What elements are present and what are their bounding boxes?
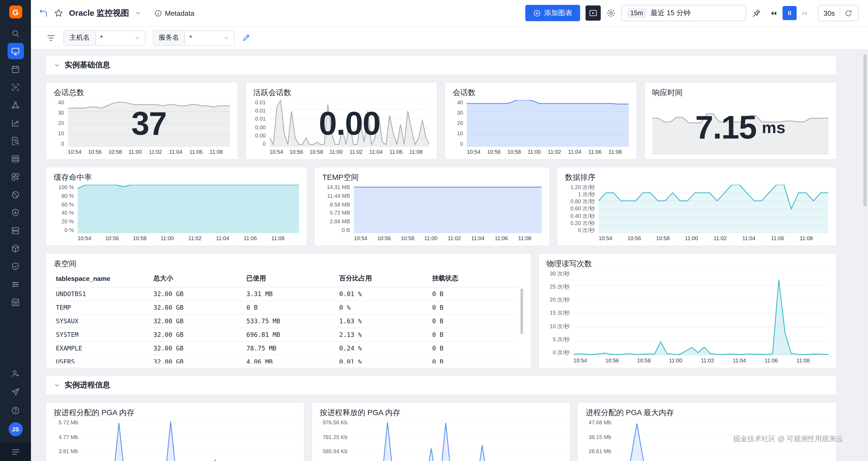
section-basic-info[interactable]: 实例基础信息 [45,55,837,75]
chart-data-sort[interactable]: 1.20 次/秒1 次/秒0.80 次/秒0.60 次/秒0.40 次/秒0.2… [565,185,828,241]
table-row[interactable]: USERS32.00 GB4.06 MB0.01 %0 B [54,355,518,364]
chart-temp-space[interactable]: 14.31 MB11.44 MB8.58 MB5.72 MB2.86 MB0 B… [322,185,542,241]
host-filter-select[interactable]: * [95,30,145,46]
chart-card-active-sessions: 活跃会话数 0.010.010.010.000.0000.0010:5410:5… [245,82,437,160]
add-chart-button[interactable]: 添加图表 [525,5,580,21]
page-scrollbar-thumb[interactable] [863,54,866,206]
chart-sessions[interactable]: 40302010010:5410:5610:5811:0011:0211:041… [453,100,629,155]
table-column-header[interactable]: tablespace_name [54,271,151,287]
forward-button[interactable] [798,6,812,20]
plot-area[interactable]: 7.15ms [652,100,828,155]
sidebar-item-metrics[interactable] [7,115,24,131]
edit-filters-pencil-icon[interactable] [242,34,250,42]
settings-gear-icon[interactable] [606,8,616,18]
chart-title: 活跃会话数 [253,88,429,98]
x-tick-label: 11:08 [409,149,430,155]
sidebar-item-shield-download[interactable] [7,204,24,221]
plot-area[interactable] [82,420,296,461]
sidebar-item-sliders[interactable] [7,276,24,292]
pin-icon[interactable] [751,8,761,18]
time-range-picker[interactable]: 15m 最近 15 分钟 [621,5,746,21]
table-row[interactable]: SYSAUX32.00 GB533.75 MB1.63 %0 B [54,314,518,328]
sidebar-item-block[interactable] [7,186,24,203]
title-chevron-down-icon[interactable] [134,10,141,16]
plot-area[interactable] [351,420,562,461]
plot-column: 7.15ms [652,100,828,155]
sidebar-item-storage[interactable] [7,294,24,310]
pause-icon [785,9,793,17]
favorite-star-icon[interactable] [54,8,63,18]
sidebar-item-shield-check[interactable] [7,258,24,275]
sidebar-item-apps[interactable] [7,168,24,185]
sidebar-item-user-add[interactable] [7,365,24,382]
sidebar-collapse[interactable] [0,442,31,461]
plot-area[interactable]: 37 [68,100,230,147]
sidebar-item-dashboard[interactable] [7,43,24,59]
sidebar-item-search[interactable] [7,25,24,41]
plot-area[interactable]: 0.00 [270,100,429,147]
y-tick-label: 0 次/秒 [546,350,573,355]
chart-pga-alloc[interactable]: 5.72 Mb4.77 Mb3.81 Mb2.86 Mb1.91 Mb0 b10… [54,420,296,461]
tv-mode-button[interactable] [585,5,600,21]
big-number: 7.15ms [652,100,828,155]
plot-area[interactable] [78,185,299,233]
chart-phys-rw[interactable]: 30 次/秒25 次/秒20 次/秒15 次/秒10 次/秒5 次/秒0 次/秒… [546,271,828,364]
sidebar-item-pipeline[interactable] [7,150,24,167]
pause-button[interactable] [782,6,796,20]
chart-response-time[interactable]: 7.15ms [652,100,828,155]
table-scrollbar-thumb[interactable] [520,288,523,334]
table-column-header[interactable]: 总大小 [151,271,244,287]
table-column-header[interactable]: 百分比占用 [337,271,430,287]
chart-body: 100 %80 %60 %40 %20 %0 %10:5410:5610:581… [54,185,299,241]
back-undo-icon[interactable] [38,8,48,18]
sidebar-item-package[interactable] [7,240,24,256]
plot-area[interactable] [354,185,542,233]
table-row[interactable]: TEMP32.00 GB0 B0 %0 B [54,301,518,314]
x-tick-label: 11:02 [714,235,742,241]
help-icon [11,406,20,415]
page-scrollbar[interactable] [863,50,866,459]
plot-area[interactable] [598,185,828,233]
table-row[interactable]: SYSTEM32.00 GB696.81 MB2.13 %0 B [54,328,518,342]
sidebar-item-server[interactable] [7,222,24,238]
chart-session-total[interactable]: 4030201003710:5410:5610:5811:0011:0211:0… [54,100,230,155]
section-process-info[interactable]: 实例进程信息 [45,375,837,395]
sidebar-item-scene[interactable] [7,79,24,95]
user-avatar[interactable]: JS [8,422,23,436]
sidebar-item-log-search[interactable] [7,133,24,149]
metadata-button[interactable]: Metadata [154,9,194,17]
plot-column: 10:5410:5610:5811:0011:0211:0411:0611:08 [598,185,828,241]
package-icon [11,244,20,253]
sidebar-item-send[interactable] [7,384,24,400]
plot-area[interactable] [615,420,828,461]
table-row[interactable]: EXAMPLE32.00 GB78.75 MB0.24 %0 B [54,342,518,355]
sidebar-item-topology[interactable] [7,97,24,113]
chart-pga-max[interactable]: 47.68 Mb38.15 Mb28.61 Mb19.07 Mb9.54 Mb0… [586,420,828,461]
service-filter-select[interactable]: * [185,30,235,46]
refresh-interval-picker[interactable]: 30s [817,5,858,21]
chart-pga-freed[interactable]: 976.56 Kb781.25 Kb585.94 Kb390.63 Kb195.… [320,420,562,461]
plot-area[interactable] [467,100,629,147]
sidebar-item-help[interactable] [7,402,24,419]
sidebar-item-calendar[interactable] [7,61,24,77]
chart-active-sessions[interactable]: 0.010.010.010.000.0000.0010:5410:5610:58… [253,100,429,155]
y-tick-label: 5.72 MB [322,210,354,216]
chart-cache-hit[interactable]: 100 %80 %60 %40 %20 %0 %10:5410:5610:581… [54,185,299,241]
y-axis: 100 %80 %60 %40 %20 %0 % [54,185,78,241]
dashboard-title[interactable]: Oracle 监控视图 [69,8,129,18]
tablespace-table[interactable]: tablespace_name总大小已使用百分比占用挂载状态UNDOTBS132… [54,271,523,364]
y-tick-label: 3.81 Mb [54,449,82,454]
main-area: Oracle 监控视图 Metadata 添加图表 15m 最近 [31,0,868,461]
chart-body: 30 次/秒25 次/秒20 次/秒15 次/秒10 次/秒5 次/秒0 次/秒… [546,271,828,364]
y-tick-label: 10 [453,131,467,136]
y-tick-label: 0.20 次/秒 [565,221,598,226]
rewind-button[interactable] [767,6,781,20]
table-column-header[interactable]: 挂载状态 [430,271,518,287]
guance-logo[interactable]: G [9,5,22,19]
plot-area[interactable] [573,271,828,355]
table-row[interactable]: UNDOTBS132.00 GB3.31 MB0.01 %0 B [54,287,518,301]
table-cell: 32.00 GB [151,328,244,342]
table-column-header[interactable]: 已使用 [244,271,337,287]
big-number-unit: ms [762,118,785,137]
x-tick-label: 11:06 [765,357,796,364]
